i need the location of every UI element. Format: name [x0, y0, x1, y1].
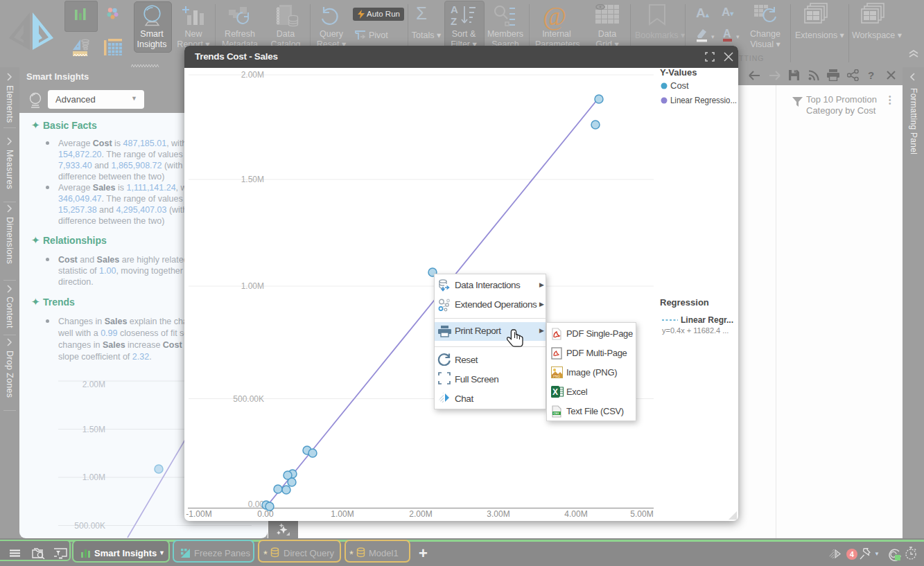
- svg-text:PNG: PNG: [553, 375, 560, 378]
- svg-text:CSV: CSV: [553, 412, 559, 415]
- svg-text:1.00M: 1.00M: [331, 509, 354, 519]
- svg-text:Cost: Cost: [670, 80, 689, 91]
- svg-text:1.50M: 1.50M: [82, 425, 105, 434]
- svg-text:Z: Z: [451, 15, 457, 27]
- svg-text:A: A: [451, 3, 458, 15]
- svg-text:2.00M: 2.00M: [241, 70, 264, 80]
- svg-text:1.50M: 1.50M: [241, 175, 264, 184]
- svg-text:2.00M: 2.00M: [409, 509, 432, 519]
- svg-text:X: X: [552, 387, 558, 397]
- svg-text:5.00M: 5.00M: [630, 509, 653, 519]
- svg-text:Y-Values: Y-Values: [660, 68, 697, 78]
- svg-text:Linear Regressio...: Linear Regressio...: [670, 95, 737, 105]
- svg-text:Regression: Regression: [660, 297, 709, 308]
- svg-text:-1.00M: -1.00M: [186, 509, 211, 519]
- svg-text:500.00K: 500.00K: [233, 394, 264, 404]
- svg-text:y=0.4x + 11682.4 ...: y=0.4x + 11682.4 ...: [662, 326, 729, 335]
- svg-text:500.00K: 500.00K: [74, 521, 105, 531]
- svg-text:3.00M: 3.00M: [487, 509, 509, 519]
- svg-text:1.00M: 1.00M: [82, 472, 105, 482]
- svg-text:1.00M: 1.00M: [241, 281, 264, 291]
- svg-text:Linear Regr...: Linear Regr...: [681, 315, 733, 325]
- svg-text:2.00M: 2.00M: [82, 380, 105, 389]
- svg-text:4.00M: 4.00M: [564, 509, 587, 519]
